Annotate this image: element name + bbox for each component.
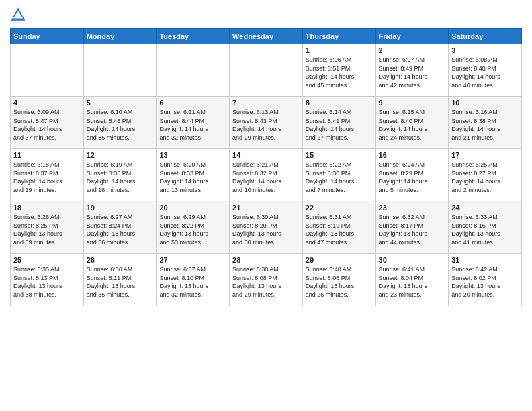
day-header-sunday: Sunday xyxy=(11,29,84,44)
calendar-cell: 28Sunrise: 6:38 AM Sunset: 8:08 PM Dayli… xyxy=(230,254,303,306)
calendar-cell: 4Sunrise: 6:09 AM Sunset: 8:47 PM Daylig… xyxy=(11,97,84,149)
day-number: 17 xyxy=(451,151,519,159)
calendar-table: SundayMondayTuesdayWednesdayThursdayFrid… xyxy=(10,28,522,306)
day-info: Sunrise: 6:26 AM Sunset: 8:25 PM Dayligh… xyxy=(13,213,81,246)
header xyxy=(10,7,522,23)
week-row-5: 25Sunrise: 6:35 AM Sunset: 8:13 PM Dayli… xyxy=(11,254,522,306)
day-number: 31 xyxy=(451,256,519,264)
day-info: Sunrise: 6:33 AM Sunset: 8:15 PM Dayligh… xyxy=(451,213,519,246)
calendar-cell: 27Sunrise: 6:37 AM Sunset: 8:10 PM Dayli… xyxy=(157,254,230,306)
week-row-3: 11Sunrise: 6:18 AM Sunset: 8:37 PM Dayli… xyxy=(11,149,522,201)
calendar-cell: 14Sunrise: 6:21 AM Sunset: 8:32 PM Dayli… xyxy=(230,149,303,201)
calendar-cell: 9Sunrise: 6:15 AM Sunset: 8:40 PM Daylig… xyxy=(375,97,449,149)
day-info: Sunrise: 6:25 AM Sunset: 8:27 PM Dayligh… xyxy=(451,161,519,194)
day-info: Sunrise: 6:42 AM Sunset: 8:02 PM Dayligh… xyxy=(451,265,519,299)
calendar-cell: 7Sunrise: 6:13 AM Sunset: 8:43 PM Daylig… xyxy=(230,97,303,149)
day-info: Sunrise: 6:20 AM Sunset: 8:33 PM Dayligh… xyxy=(159,161,226,194)
day-info: Sunrise: 6:16 AM Sunset: 8:38 PM Dayligh… xyxy=(451,108,519,142)
calendar-cell: 22Sunrise: 6:31 AM Sunset: 8:19 PM Dayli… xyxy=(302,201,375,254)
day-number: 22 xyxy=(306,203,373,212)
day-number: 23 xyxy=(379,203,446,212)
calendar-cell: 8Sunrise: 6:14 AM Sunset: 8:41 PM Daylig… xyxy=(302,97,375,149)
day-info: Sunrise: 6:35 AM Sunset: 8:13 PM Dayligh… xyxy=(13,265,81,299)
day-number: 13 xyxy=(159,151,226,159)
calendar-cell: 26Sunrise: 6:36 AM Sunset: 8:11 PM Dayli… xyxy=(83,254,157,306)
calendar-cell: 13Sunrise: 6:20 AM Sunset: 8:33 PM Dayli… xyxy=(157,149,230,201)
calendar-cell xyxy=(83,44,157,97)
calendar-cell: 6Sunrise: 6:11 AM Sunset: 8:44 PM Daylig… xyxy=(157,97,230,149)
day-header-tuesday: Tuesday xyxy=(157,29,230,44)
calendar-cell: 21Sunrise: 6:30 AM Sunset: 8:20 PM Dayli… xyxy=(230,201,303,254)
calendar-cell: 15Sunrise: 6:22 AM Sunset: 8:30 PM Dayli… xyxy=(302,149,375,201)
calendar-cell: 23Sunrise: 6:32 AM Sunset: 8:17 PM Dayli… xyxy=(375,201,449,254)
day-number: 7 xyxy=(232,99,300,107)
day-info: Sunrise: 6:11 AM Sunset: 8:44 PM Dayligh… xyxy=(159,108,226,142)
day-info: Sunrise: 6:06 AM Sunset: 8:51 PM Dayligh… xyxy=(306,56,373,89)
day-info: Sunrise: 6:18 AM Sunset: 8:37 PM Dayligh… xyxy=(13,161,81,194)
calendar-cell: 20Sunrise: 6:29 AM Sunset: 8:22 PM Dayli… xyxy=(157,201,230,254)
calendar-cell: 24Sunrise: 6:33 AM Sunset: 8:15 PM Dayli… xyxy=(449,201,522,254)
day-number: 8 xyxy=(306,99,373,107)
day-number: 12 xyxy=(87,151,154,159)
day-number: 24 xyxy=(451,203,519,212)
day-info: Sunrise: 6:13 AM Sunset: 8:43 PM Dayligh… xyxy=(232,108,300,142)
day-number: 21 xyxy=(232,203,300,212)
calendar-cell xyxy=(11,44,84,97)
day-number: 4 xyxy=(13,99,81,107)
calendar-cell: 25Sunrise: 6:35 AM Sunset: 8:13 PM Dayli… xyxy=(11,254,84,306)
calendar-cell: 30Sunrise: 6:41 AM Sunset: 8:04 PM Dayli… xyxy=(375,254,449,306)
day-info: Sunrise: 6:32 AM Sunset: 8:17 PM Dayligh… xyxy=(379,213,446,246)
day-info: Sunrise: 6:14 AM Sunset: 8:41 PM Dayligh… xyxy=(306,108,373,142)
day-number: 6 xyxy=(159,99,226,107)
day-info: Sunrise: 6:21 AM Sunset: 8:32 PM Dayligh… xyxy=(232,161,300,194)
calendar-cell: 18Sunrise: 6:26 AM Sunset: 8:25 PM Dayli… xyxy=(11,201,84,254)
calendar-cell: 31Sunrise: 6:42 AM Sunset: 8:02 PM Dayli… xyxy=(449,254,522,306)
calendar-cell: 5Sunrise: 6:10 AM Sunset: 8:45 PM Daylig… xyxy=(83,97,157,149)
week-row-1: 1Sunrise: 6:06 AM Sunset: 8:51 PM Daylig… xyxy=(11,44,522,97)
calendar-cell: 1Sunrise: 6:06 AM Sunset: 8:51 PM Daylig… xyxy=(302,44,375,97)
day-number: 27 xyxy=(159,256,226,264)
calendar-cell: 17Sunrise: 6:25 AM Sunset: 8:27 PM Dayli… xyxy=(449,149,522,201)
day-number: 14 xyxy=(232,151,300,159)
day-number: 19 xyxy=(87,203,154,212)
day-header-saturday: Saturday xyxy=(449,29,522,44)
day-info: Sunrise: 6:27 AM Sunset: 8:24 PM Dayligh… xyxy=(87,213,154,246)
calendar-cell xyxy=(230,44,303,97)
day-info: Sunrise: 6:22 AM Sunset: 8:30 PM Dayligh… xyxy=(306,161,373,194)
day-number: 9 xyxy=(379,99,446,107)
day-info: Sunrise: 6:38 AM Sunset: 8:08 PM Dayligh… xyxy=(232,265,300,299)
day-number: 25 xyxy=(13,256,81,264)
calendar-header-row: SundayMondayTuesdayWednesdayThursdayFrid… xyxy=(11,29,522,44)
day-info: Sunrise: 6:08 AM Sunset: 8:48 PM Dayligh… xyxy=(451,56,519,89)
logo xyxy=(10,7,29,23)
day-info: Sunrise: 6:10 AM Sunset: 8:45 PM Dayligh… xyxy=(87,108,154,142)
day-number: 18 xyxy=(13,203,81,212)
day-header-thursday: Thursday xyxy=(302,29,375,44)
logo-icon xyxy=(10,7,26,23)
day-number: 5 xyxy=(87,99,154,107)
day-info: Sunrise: 6:09 AM Sunset: 8:47 PM Dayligh… xyxy=(13,108,81,142)
calendar-cell: 29Sunrise: 6:40 AM Sunset: 8:06 PM Dayli… xyxy=(302,254,375,306)
day-number: 1 xyxy=(306,46,373,54)
day-number: 16 xyxy=(379,151,446,159)
day-info: Sunrise: 6:30 AM Sunset: 8:20 PM Dayligh… xyxy=(232,213,300,246)
calendar-cell: 11Sunrise: 6:18 AM Sunset: 8:37 PM Dayli… xyxy=(11,149,84,201)
day-info: Sunrise: 6:29 AM Sunset: 8:22 PM Dayligh… xyxy=(159,213,226,246)
week-row-2: 4Sunrise: 6:09 AM Sunset: 8:47 PM Daylig… xyxy=(11,97,522,149)
day-header-wednesday: Wednesday xyxy=(230,29,303,44)
day-number: 3 xyxy=(451,46,519,54)
calendar-cell xyxy=(157,44,230,97)
day-number: 15 xyxy=(306,151,373,159)
day-info: Sunrise: 6:19 AM Sunset: 8:35 PM Dayligh… xyxy=(87,161,154,194)
calendar-cell: 2Sunrise: 6:07 AM Sunset: 8:49 PM Daylig… xyxy=(375,44,449,97)
day-number: 26 xyxy=(87,256,154,264)
calendar-cell: 10Sunrise: 6:16 AM Sunset: 8:38 PM Dayli… xyxy=(449,97,522,149)
day-number: 11 xyxy=(13,151,81,159)
day-info: Sunrise: 6:40 AM Sunset: 8:06 PM Dayligh… xyxy=(306,265,373,299)
day-info: Sunrise: 6:07 AM Sunset: 8:49 PM Dayligh… xyxy=(379,56,446,89)
calendar-body: 1Sunrise: 6:06 AM Sunset: 8:51 PM Daylig… xyxy=(11,44,522,306)
page: SundayMondayTuesdayWednesdayThursdayFrid… xyxy=(0,0,532,411)
week-row-4: 18Sunrise: 6:26 AM Sunset: 8:25 PM Dayli… xyxy=(11,201,522,254)
day-number: 29 xyxy=(306,256,373,264)
day-number: 28 xyxy=(232,256,300,264)
